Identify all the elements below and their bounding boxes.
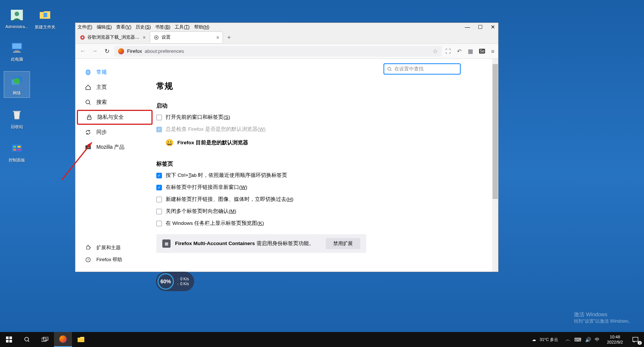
firefox-icon xyxy=(59,335,67,343)
scrollbar-thumb[interactable] xyxy=(493,64,498,199)
desktop-icon-new-folder[interactable]: 新建文件夹 xyxy=(32,6,58,31)
url-bar[interactable]: Firefox about:preferences ☆ xyxy=(114,46,442,57)
menu-edit[interactable]: 编辑(E) xyxy=(97,24,112,30)
desktop-icon-network[interactable]: 网络 xyxy=(4,71,30,98)
close-button[interactable]: ✕ xyxy=(490,24,496,30)
selenium-icon[interactable]: Se xyxy=(479,49,485,54)
sidebar-label: 隐私与安全 xyxy=(97,114,124,121)
speed-percent: 60% xyxy=(157,273,174,290)
checkbox-switch-new[interactable]: 新建标签页打开链接、图像、媒体时，立即切换过去(H) xyxy=(156,196,498,203)
sidebar-label: 扩展和主题 xyxy=(96,244,121,251)
forward-button[interactable]: → xyxy=(91,48,99,55)
firefox-icon xyxy=(118,48,124,54)
checkbox-confirm-close[interactable]: 关闭多个标签页时向您确认(M) xyxy=(156,208,498,215)
puzzle-icon xyxy=(84,244,92,251)
svg-rect-39 xyxy=(42,338,46,341)
control-panel-icon xyxy=(9,140,25,156)
sidebar-item-home[interactable]: 主页 xyxy=(75,80,154,95)
menu-bookmarks[interactable]: 书签(B) xyxy=(155,24,170,30)
tab-settings[interactable]: 设置 × xyxy=(150,32,222,43)
container-ext-icon: ▦ xyxy=(162,239,171,248)
svg-point-29 xyxy=(388,67,391,70)
tab-close-icon[interactable]: × xyxy=(216,34,219,40)
svg-line-38 xyxy=(28,341,29,342)
settings-sidebar: 常规 主页 搜索 xyxy=(75,59,154,272)
disable-extension-button[interactable]: 禁用扩展 xyxy=(326,238,360,249)
search-icon xyxy=(387,67,392,72)
sidebar-label: 搜索 xyxy=(96,99,107,106)
tab-chrome-download[interactable]: 谷歌浏览器下载_浏览器官网入口 × xyxy=(77,32,149,43)
sidebar-item-privacy[interactable]: 隐私与安全 xyxy=(77,110,153,125)
weather-icon: ☁ xyxy=(532,337,536,342)
tray-volume-icon[interactable]: 🔊 xyxy=(585,337,591,343)
desktop-icon-computer[interactable]: 此电脑 xyxy=(4,38,30,64)
desktop-icon-control[interactable]: 控制面板 xyxy=(4,139,30,165)
menu-tools[interactable]: 工具(T) xyxy=(175,24,189,30)
tab-label: 谷歌浏览器下载_浏览器官网入口 xyxy=(87,34,141,40)
toolbar-right: ⛶ ↶ ▦ Se ≡ xyxy=(445,48,494,55)
settings-main: 在设置中查找 常规 启动 打开先前的窗口和标签页(S) xyxy=(154,59,498,272)
checkbox-icon xyxy=(156,127,162,132)
gear-icon xyxy=(153,34,159,40)
svg-point-21 xyxy=(87,72,89,73)
checkbox-default-browser[interactable]: 总是检查 Firefox 是否是您的默认浏览器(W) xyxy=(156,126,498,133)
notification-button[interactable]: 2 xyxy=(627,332,644,347)
firefox-window: 文件(F) 编辑(E) 查看(V) 历史(S) 书签(B) 工具(T) 帮助(H… xyxy=(75,22,499,272)
menu-help[interactable]: 帮助(H) xyxy=(194,24,210,30)
taskbar-firefox[interactable] xyxy=(54,332,72,347)
sidebar-label: Mozilla 产品 xyxy=(96,144,124,151)
svg-rect-42 xyxy=(633,337,638,341)
back-button[interactable]: ← xyxy=(79,48,87,55)
network-icon xyxy=(9,73,25,89)
tray-chevron-icon[interactable]: ︿ xyxy=(566,336,571,343)
menu-history[interactable]: 历史(S) xyxy=(136,24,151,30)
hamburger-menu-icon[interactable]: ≡ xyxy=(491,48,494,54)
sidebar-label: Firefox 帮助 xyxy=(96,256,122,263)
checkbox-ctrl-tab[interactable]: 按下 Ctrl+Tab 时，依照最近使用顺序循环切换标签页 xyxy=(156,172,498,179)
settings-search-input[interactable]: 在设置中查找 xyxy=(383,63,461,75)
sidebar-item-search[interactable]: 搜索 xyxy=(75,95,154,110)
apps-icon[interactable]: ▦ xyxy=(468,48,473,55)
scrollbar-vertical[interactable] xyxy=(492,59,498,272)
clock[interactable]: 10:48 2022/9/2 xyxy=(603,334,627,345)
checkbox-new-window[interactable]: 在标签页中打开链接而非新窗口(W) xyxy=(156,184,498,191)
desktop-icon-admin[interactable]: Administra... xyxy=(4,6,30,30)
section-heading: 标签页 xyxy=(156,160,498,168)
start-button[interactable] xyxy=(0,332,18,347)
svg-text:m: m xyxy=(87,146,89,149)
checkbox-taskbar-preview[interactable]: 在 Windows 任务栏上显示标签页预览图(K) xyxy=(156,220,498,227)
undo-icon[interactable]: ↶ xyxy=(457,48,462,55)
checkbox-icon xyxy=(156,173,162,178)
user-icon xyxy=(9,7,25,23)
taskbar-explorer[interactable] xyxy=(72,332,90,347)
tray-keyboard-icon[interactable]: ⌨ xyxy=(574,337,581,343)
sidebar-item-sync[interactable]: 同步 xyxy=(75,125,154,140)
tab-close-icon[interactable]: × xyxy=(143,34,146,40)
menu-view[interactable]: 查看(V) xyxy=(116,24,131,30)
sidebar-item-general[interactable]: 常规 xyxy=(75,65,154,80)
sidebar-item-mozilla[interactable]: m Mozilla 产品 xyxy=(75,140,154,155)
bookmark-star-icon[interactable]: ☆ xyxy=(433,48,438,55)
home-icon xyxy=(84,84,92,91)
speed-widget[interactable]: 60% ↑0 K/s ↓0 K/s xyxy=(156,272,194,291)
desktop-icon-recycle[interactable]: 回收站 xyxy=(4,105,30,131)
svg-point-22 xyxy=(86,100,90,104)
maximize-button[interactable]: ☐ xyxy=(477,24,483,30)
checkbox-icon xyxy=(156,209,162,214)
checkbox-restore-session[interactable]: 打开先前的窗口和标签页(S) xyxy=(156,114,498,121)
task-view-button[interactable] xyxy=(36,332,54,347)
sidebar-label: 主页 xyxy=(96,84,107,91)
search-button[interactable] xyxy=(18,332,36,347)
sidebar-help[interactable]: ? Firefox 帮助 xyxy=(75,254,154,266)
ime-indicator[interactable]: 中 xyxy=(595,337,599,343)
menu-file[interactable]: 文件(F) xyxy=(78,24,92,30)
banner-text: Firefox Multi-Account Containers 需启用身份标签… xyxy=(175,240,314,247)
crop-icon[interactable]: ⛶ xyxy=(445,48,451,54)
minimize-button[interactable]: — xyxy=(464,24,470,30)
reload-button[interactable]: ↻ xyxy=(103,48,111,55)
new-tab-button[interactable]: + xyxy=(224,32,234,43)
svg-rect-40 xyxy=(43,337,48,340)
weather-widget[interactable]: ☁ 31°C 多云 xyxy=(528,337,562,343)
svg-rect-15 xyxy=(43,13,47,17)
sidebar-extensions[interactable]: 扩展和主题 xyxy=(75,242,154,254)
